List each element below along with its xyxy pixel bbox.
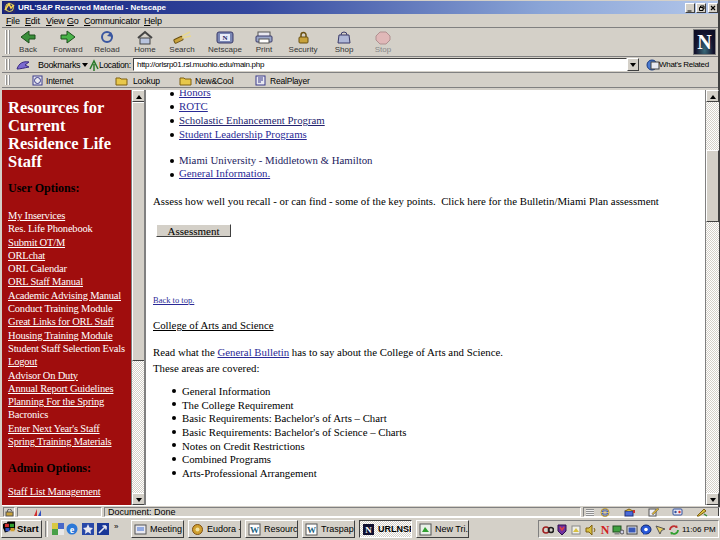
svg-text:W: W	[307, 525, 316, 535]
svg-text:e: e	[70, 524, 75, 535]
svg-text:N: N	[601, 523, 610, 535]
svg-text:W: W	[250, 525, 259, 535]
svg-text:N: N	[365, 525, 372, 535]
svg-text:N: N	[222, 34, 227, 42]
